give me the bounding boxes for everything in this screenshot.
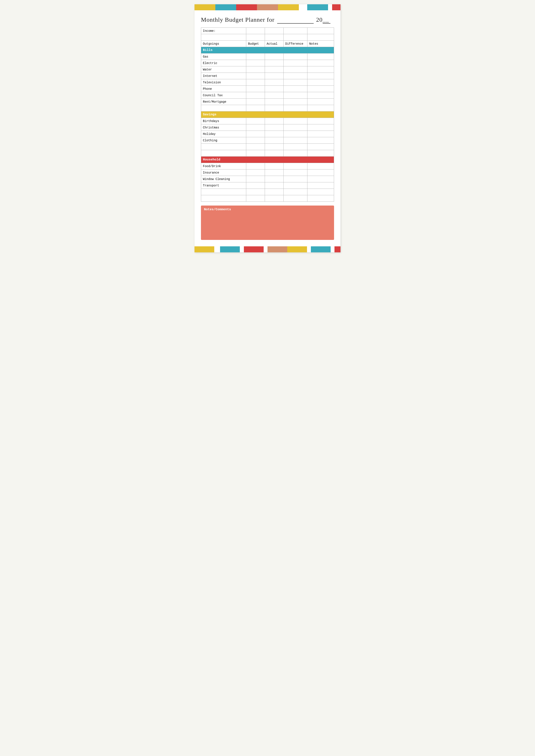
title-underscore — [277, 16, 314, 24]
bar-teal-1 — [215, 4, 236, 10]
table-row — [201, 105, 334, 111]
table-row: Clothing — [201, 137, 334, 144]
row-label: Council Tax — [201, 92, 246, 99]
table-row: Window Cleaning — [201, 176, 334, 182]
row-label: Rent/Mortgage — [201, 99, 246, 105]
income-row: Income: — [201, 28, 334, 34]
notes-comments-box: Notes/Comments — [201, 206, 334, 240]
col-diff: Difference — [283, 41, 307, 47]
bot-gap-5 — [331, 247, 334, 252]
savings-header-row: Savings — [201, 111, 334, 118]
col-notes: Notes — [307, 41, 334, 47]
bar-red-2 — [332, 4, 341, 10]
row-label: Electric — [201, 60, 246, 66]
table-row: Food/Drink — [201, 163, 334, 169]
bot-yellow-1 — [194, 247, 214, 252]
bot-red-1 — [244, 247, 264, 252]
row-label: Water — [201, 66, 246, 73]
top-color-bar — [194, 4, 341, 10]
bot-teal-1 — [220, 247, 240, 252]
row-label: Clothing — [201, 137, 246, 144]
bot-gap-3 — [264, 247, 268, 252]
bot-salmon-1 — [268, 247, 287, 252]
row-label: Christmas — [201, 124, 246, 131]
table-row: Gas — [201, 53, 334, 60]
bot-gap-4 — [307, 247, 311, 252]
col-actual: Actual — [265, 41, 284, 47]
column-header-row: Outgoings Budget Actual Difference Notes — [201, 41, 334, 47]
table-row: Insurance — [201, 169, 334, 176]
bottom-color-bar — [194, 247, 341, 252]
table-row — [201, 144, 334, 150]
notes-label: Notes/Comments — [204, 208, 331, 211]
bot-gap-1 — [214, 247, 220, 252]
table-row — [201, 195, 334, 202]
income-label: Income: — [201, 28, 246, 34]
table-row: Holiday — [201, 131, 334, 137]
row-label: Transport — [201, 182, 246, 189]
row-label: Phone — [201, 86, 246, 92]
table-row: Phone — [201, 86, 334, 92]
page: Monthly Budget Planner for 20__ Income: … — [194, 4, 341, 252]
col-outgoings: Outgoings — [201, 41, 246, 47]
row-label: Television — [201, 79, 246, 86]
household-header-row: Household — [201, 157, 334, 163]
bar-gap-2 — [328, 4, 332, 10]
title-prefix: Monthly Budget Planner for — [201, 16, 275, 23]
income-actual-cell — [265, 28, 284, 34]
bot-red-2 — [334, 247, 341, 252]
bot-gap-2 — [240, 247, 244, 252]
bills-header-row: Bills — [201, 47, 334, 53]
bottom-bar-wrap — [194, 247, 341, 252]
row-label: Window Cleaning — [201, 176, 246, 182]
income-diff-cell — [283, 28, 307, 34]
bot-teal-2 — [311, 247, 331, 252]
table-row: Transport — [201, 182, 334, 189]
table-row: Water — [201, 66, 334, 73]
table-row: Internet — [201, 73, 334, 79]
savings-label: Savings — [201, 111, 334, 118]
row-label: Food/Drink — [201, 163, 246, 169]
table-row — [201, 189, 334, 195]
bills-label: Bills — [201, 47, 334, 53]
bar-yellow-1 — [194, 4, 215, 10]
income-notes-cell — [307, 28, 334, 34]
spacer-row-1 — [201, 34, 334, 41]
table-row — [201, 150, 334, 157]
budget-table: Income: Outgoings Budget Actual Differen… — [201, 27, 334, 202]
income-budget-cell — [246, 28, 265, 34]
title-year-suffix: __ — [323, 16, 330, 24]
bar-teal-2 — [307, 4, 328, 10]
table-row: Rent/Mortgage — [201, 99, 334, 105]
page-title: Monthly Budget Planner for 20__ — [201, 16, 330, 23]
table-row: Electric — [201, 60, 334, 66]
row-label: Insurance — [201, 169, 246, 176]
table-row: Christmas — [201, 124, 334, 131]
row-label: Birthdays — [201, 118, 246, 124]
row-label: Holiday — [201, 131, 246, 137]
table-row: Television — [201, 79, 334, 86]
table-row: Birthdays — [201, 118, 334, 124]
household-label: Household — [201, 157, 334, 163]
row-label: Gas — [201, 53, 246, 60]
title-area: Monthly Budget Planner for 20__ — [194, 10, 341, 27]
bar-yellow-2 — [278, 4, 299, 10]
row-label: Internet — [201, 73, 246, 79]
table-row: Council Tax — [201, 92, 334, 99]
bot-yellow-2 — [287, 247, 307, 252]
bar-red-1 — [236, 4, 257, 10]
col-budget: Budget — [246, 41, 265, 47]
bar-salmon-1 — [257, 4, 278, 10]
title-year-prefix: 20 — [316, 16, 323, 23]
bar-gap-1 — [299, 4, 307, 10]
